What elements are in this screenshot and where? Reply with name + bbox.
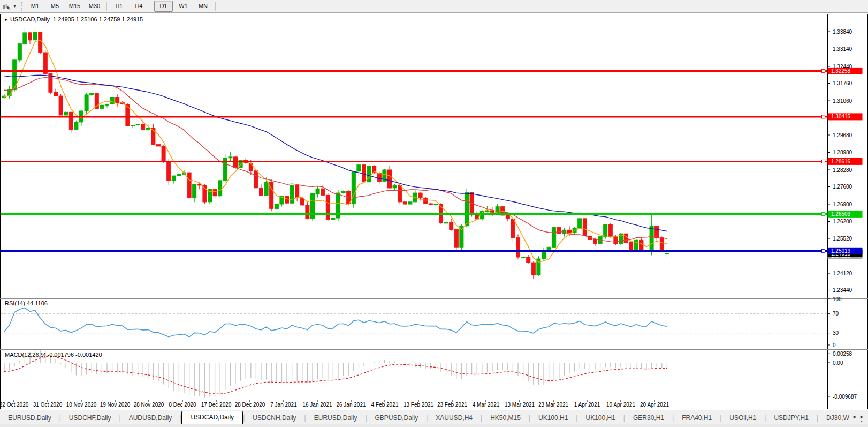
chart-symbol-label: USDCAD,Daily bbox=[10, 16, 50, 23]
chart-menu-icon[interactable]: ▼ bbox=[4, 18, 8, 23]
macd-histogram bbox=[4, 349, 667, 398]
svg-text:30: 30 bbox=[833, 330, 839, 336]
timeframe-button-w1[interactable]: W1 bbox=[174, 1, 193, 12]
rsi-pane: 10070300 bbox=[1, 296, 842, 348]
tab-eurusd-daily[interactable]: EURUSD,Daily bbox=[0, 412, 59, 424]
toolbar-grip[interactable] bbox=[21, 2, 22, 11]
svg-text:10 Apr 2021: 10 Apr 2021 bbox=[606, 402, 635, 408]
tab-scroll-right-button[interactable]: ► bbox=[859, 414, 864, 419]
timeframe-button-m5[interactable]: M5 bbox=[45, 1, 64, 12]
svg-text:17 Dec 2020: 17 Dec 2020 bbox=[201, 402, 232, 408]
svg-text:1.31760: 1.31760 bbox=[833, 80, 852, 86]
tab-eurusd-daily[interactable]: EURUSD,Daily bbox=[306, 412, 366, 424]
svg-text:1.26200: 1.26200 bbox=[833, 219, 852, 224]
svg-text:1.33140: 1.33140 bbox=[833, 46, 852, 52]
timeframe-button-d1[interactable]: D1 bbox=[154, 1, 173, 12]
tab-usoil-h1[interactable]: USOil,H1 bbox=[721, 412, 764, 424]
svg-text:4 Mar 2021: 4 Mar 2021 bbox=[473, 402, 500, 408]
chart-title: ▼USDCAD,Daily 1.24905 1.25106 1.24759 1.… bbox=[4, 16, 143, 23]
rsi-line bbox=[4, 308, 667, 337]
svg-text:1.32258: 1.32258 bbox=[831, 68, 851, 74]
timeframe-button-mn[interactable]: MN bbox=[194, 1, 212, 12]
svg-text:-0.009687: -0.009687 bbox=[833, 394, 857, 400]
svg-text:1.31060: 1.31060 bbox=[833, 98, 852, 104]
svg-text:16 Jan 2021: 16 Jan 2021 bbox=[302, 402, 332, 408]
svg-text:0.00258: 0.00258 bbox=[833, 351, 852, 357]
ma-line-5[interactable] bbox=[4, 40, 667, 262]
tab-hk50-m15[interactable]: HK50,M15 bbox=[482, 412, 529, 424]
mt4-window: ▼ M1M5M15M30H1H4D1W1MN 1.338401.331401.3… bbox=[0, 0, 868, 427]
rsi-label: RSI(14) 44.1106 bbox=[5, 300, 48, 306]
toolbar-separator bbox=[106, 2, 107, 11]
svg-text:13 Feb 2021: 13 Feb 2021 bbox=[403, 402, 434, 408]
svg-text:1.26503: 1.26503 bbox=[831, 211, 851, 217]
timeframe-button-h1[interactable]: H1 bbox=[110, 1, 128, 12]
level-lines[interactable] bbox=[1, 69, 827, 252]
toolbar-separator bbox=[215, 2, 216, 11]
svg-text:1.25520: 1.25520 bbox=[833, 236, 852, 242]
chart-borders bbox=[0, 14, 868, 409]
tab-gbpusd-daily[interactable]: GBPUSD,Daily bbox=[367, 412, 427, 424]
timeframe-buttons: M1M5M15M30H1H4D1W1MN bbox=[25, 1, 218, 12]
chart-tab-bar: EURUSD,Daily|USDCHF,Daily|AUDUSD,Daily|U… bbox=[0, 410, 868, 424]
tab-usdcad-daily[interactable]: USDCAD,Daily bbox=[181, 411, 243, 424]
svg-text:0.00: 0.00 bbox=[833, 360, 843, 366]
macd-pane: 0.002580.00-0.009687 bbox=[4, 349, 857, 399]
svg-text:1.27600: 1.27600 bbox=[833, 184, 852, 190]
tab-ger30-h1[interactable]: GER30,H1 bbox=[625, 412, 672, 424]
svg-text:26 Jan 2021: 26 Jan 2021 bbox=[336, 402, 366, 408]
macd-label: MACD(12,26,9) -0.001796 -0.001420 bbox=[5, 351, 102, 358]
chart-canvas[interactable]: 1.338401.331401.324401.317601.310601.296… bbox=[0, 0, 868, 427]
toolbar-separator bbox=[151, 2, 151, 11]
svg-text:23 Mar 2021: 23 Mar 2021 bbox=[538, 402, 569, 408]
svg-text:10 Nov 2020: 10 Nov 2020 bbox=[66, 402, 97, 408]
chart-quote-ohlc: 1.24905 1.25106 1.24759 1.24915 bbox=[53, 16, 143, 23]
chart-cursor-icon[interactable] bbox=[2, 2, 12, 11]
tab-audusd-daily[interactable]: AUDUSD,Daily bbox=[121, 412, 180, 424]
chevron-down-icon[interactable]: ▼ bbox=[13, 2, 17, 11]
candles[interactable] bbox=[3, 29, 669, 279]
svg-text:28 Dec 2020: 28 Dec 2020 bbox=[235, 402, 265, 408]
svg-text:1.28616: 1.28616 bbox=[831, 159, 851, 164]
svg-text:1.29680: 1.29680 bbox=[833, 132, 852, 138]
svg-text:4 Feb 2021: 4 Feb 2021 bbox=[371, 402, 399, 408]
svg-text:1.23440: 1.23440 bbox=[833, 287, 852, 293]
svg-text:22 Oct 2020: 22 Oct 2020 bbox=[0, 402, 29, 408]
date-axis[interactable]: 22 Oct 202031 Oct 202010 Nov 202019 Nov … bbox=[0, 400, 669, 408]
timeframe-button-m1[interactable]: M1 bbox=[26, 1, 44, 12]
svg-text:70: 70 bbox=[833, 311, 839, 317]
tab-xauusd-h4[interactable]: XAUUSD,H4 bbox=[428, 412, 481, 424]
svg-text:23 Feb 2021: 23 Feb 2021 bbox=[437, 402, 468, 408]
svg-text:1.30415: 1.30415 bbox=[831, 114, 851, 119]
svg-text:19 Nov 2020: 19 Nov 2020 bbox=[100, 402, 131, 408]
macd-signal-line bbox=[4, 356, 667, 394]
svg-text:8 Dec 2020: 8 Dec 2020 bbox=[169, 402, 196, 408]
price-axis[interactable]: 1.338401.331401.324401.317601.310601.296… bbox=[827, 29, 863, 294]
tab-uk100-h1[interactable]: UK100,H1 bbox=[530, 412, 576, 424]
svg-text:20 Apr 2021: 20 Apr 2021 bbox=[640, 402, 669, 408]
ma-line-50[interactable] bbox=[4, 75, 667, 231]
svg-text:7 Jan 2021: 7 Jan 2021 bbox=[270, 402, 297, 408]
tab-scroll-arrows: ◄► bbox=[849, 413, 867, 421]
toolbar: ▼ M1M5M15M30H1H4D1W1MN bbox=[0, 0, 868, 13]
svg-text:1 Apr 2021: 1 Apr 2021 bbox=[574, 402, 600, 408]
tab-usdchf-daily[interactable]: USDCHF,Daily bbox=[61, 412, 119, 424]
tab-uk100-h1[interactable]: UK100,H1 bbox=[577, 412, 623, 424]
tab-scroll-left-button[interactable]: ◄ bbox=[851, 414, 856, 419]
svg-text:28 Nov 2020: 28 Nov 2020 bbox=[134, 402, 164, 408]
svg-text:31 Oct 2020: 31 Oct 2020 bbox=[33, 402, 63, 408]
svg-text:0: 0 bbox=[833, 342, 836, 348]
svg-text:1.28980: 1.28980 bbox=[833, 149, 852, 155]
tab-fra40-h1[interactable]: FRA40,H1 bbox=[674, 412, 720, 424]
svg-text:1.24120: 1.24120 bbox=[833, 271, 852, 276]
svg-text:100: 100 bbox=[833, 296, 842, 302]
timeframe-button-h4[interactable]: H4 bbox=[130, 1, 148, 12]
svg-text:1.26900: 1.26900 bbox=[833, 201, 852, 207]
tab-usdcnh-daily[interactable]: USDCNH,Daily bbox=[245, 412, 304, 424]
svg-text:1.33840: 1.33840 bbox=[833, 29, 852, 35]
svg-text:1.28280: 1.28280 bbox=[833, 167, 852, 173]
tab-usdjpy-h1[interactable]: USDJPY,H1 bbox=[766, 412, 816, 424]
timeframe-button-m15[interactable]: M15 bbox=[65, 1, 84, 12]
svg-text:13 Mar 2021: 13 Mar 2021 bbox=[505, 402, 535, 408]
timeframe-button-m30[interactable]: M30 bbox=[85, 1, 104, 12]
